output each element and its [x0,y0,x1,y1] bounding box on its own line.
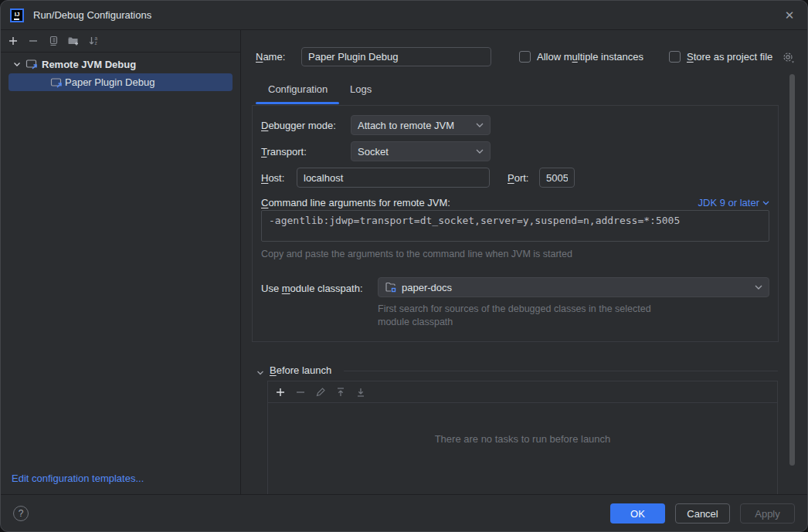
debugger-mode-value: Attach to remote JVM [358,120,454,131]
edit-configuration-templates-link[interactable]: Edit configuration templates... [12,473,144,484]
host-input[interactable] [297,168,490,188]
configuration-form-panel: Debugger mode: Attach to remote JVM Tran… [252,105,779,342]
jdk-version-selector[interactable]: JDK 9 or later [698,197,769,208]
tree-item-paper-plugin-debug[interactable]: Paper Plugin Debug [8,73,233,91]
remote-debug-config-icon [50,76,63,89]
intellij-logo-icon: IJ [10,8,24,22]
new-folder-icon[interactable] [67,35,80,47]
svg-text:z: z [95,40,97,46]
move-down-icon[interactable] [355,386,367,398]
allow-multiple-instances-label: Allow multiple instances [537,51,643,63]
gear-icon[interactable] [782,51,796,63]
command-line-arguments-label: Command line arguments for remote JVM: [261,197,450,208]
chevron-down-icon [762,201,769,205]
window-title: Run/Debug Configurations [33,9,151,21]
command-line-hint: Copy and paste the arguments to the comm… [261,249,572,259]
module-classpath-value: paper-docs [402,282,452,293]
before-launch-collapse-icon[interactable] [255,368,266,378]
remote-debug-config-icon [25,58,39,70]
chevron-down-icon[interactable] [12,59,22,69]
transport-select[interactable]: Socket [351,141,491,161]
dialog-buttons: OK Cancel Apply [610,503,795,524]
before-launch-divider [344,371,778,371]
use-module-classpath-label: Use module classpath: [261,283,363,294]
tree-group-label: Remote JVM Debug [42,59,136,70]
move-up-icon[interactable] [334,386,347,398]
checkbox-icon[interactable] [519,51,531,63]
debugger-mode-label: Debugger mode: [261,120,336,131]
chevron-down-icon [755,285,762,290]
checkbox-icon[interactable] [669,51,681,63]
name-input[interactable] [301,47,491,66]
close-icon[interactable]: ✕ [781,7,798,24]
name-label: Name: [256,51,285,63]
add-icon[interactable] [7,35,19,47]
host-label: Host: [261,172,284,184]
before-launch-empty-text: There are no tasks to run before launch [268,433,777,445]
configuration-editor: Name: Allow multiple instances Store as … [242,30,808,494]
active-tab-indicator [256,102,339,104]
tree-item-label: Paper Plugin Debug [65,76,154,88]
store-as-project-file-checkbox[interactable]: Store as project file [669,51,772,63]
sort-alphabetically-icon[interactable]: az [87,35,100,47]
command-line-arguments-field[interactable]: -agentlib:jdwp=transport=dt_socket,serve… [261,210,769,242]
remove-icon[interactable] [294,386,307,398]
add-icon[interactable] [274,386,287,398]
before-launch-panel: There are no tasks to run before launch [267,381,778,495]
jdk-version-value: JDK 9 or later [698,197,759,208]
tree-group-remote-jvm-debug[interactable]: Remote JVM Debug [1,56,240,73]
before-launch-label: Before launch [270,364,331,376]
port-label: Port: [508,172,528,184]
store-as-project-file-label: Store as project file [687,51,772,63]
configurations-sidebar: az Remote JVM Debug Paper Plugin Debug E… [1,30,241,494]
help-button[interactable]: ? [13,506,29,521]
transport-label: Transport: [261,146,307,158]
allow-multiple-instances-checkbox[interactable]: Allow multiple instances [519,51,643,63]
module-icon [385,281,397,293]
copy-icon[interactable] [47,35,59,47]
remove-icon[interactable] [27,35,39,47]
sidebar-toolbar: az [1,30,240,53]
chevron-down-icon [476,123,484,127]
title-bar: IJ Run/Debug Configurations ✕ [1,1,807,30]
module-classpath-select[interactable]: paper-docs [378,277,769,297]
before-launch-toolbar [268,381,777,403]
module-classpath-hint: First search for sources of the debugged… [378,303,651,329]
configurations-tree: Remote JVM Debug Paper Plugin Debug [1,53,240,91]
run-debug-configurations-dialog: IJ Run/Debug Configurations ✕ az [0,0,808,532]
ok-button[interactable]: OK [610,503,665,524]
transport-value: Socket [358,146,389,158]
vertical-scrollbar[interactable] [789,74,795,466]
chevron-down-icon [476,149,484,154]
cancel-button[interactable]: Cancel [675,503,730,524]
apply-button[interactable]: Apply [740,503,795,524]
debugger-mode-select[interactable]: Attach to remote JVM [351,115,491,135]
edit-icon[interactable] [314,386,327,398]
tab-logs[interactable]: Logs [350,83,372,95]
dialog-footer: ? OK Cancel Apply [1,494,807,531]
tab-configuration[interactable]: Configuration [268,83,328,95]
port-input[interactable] [539,168,575,188]
